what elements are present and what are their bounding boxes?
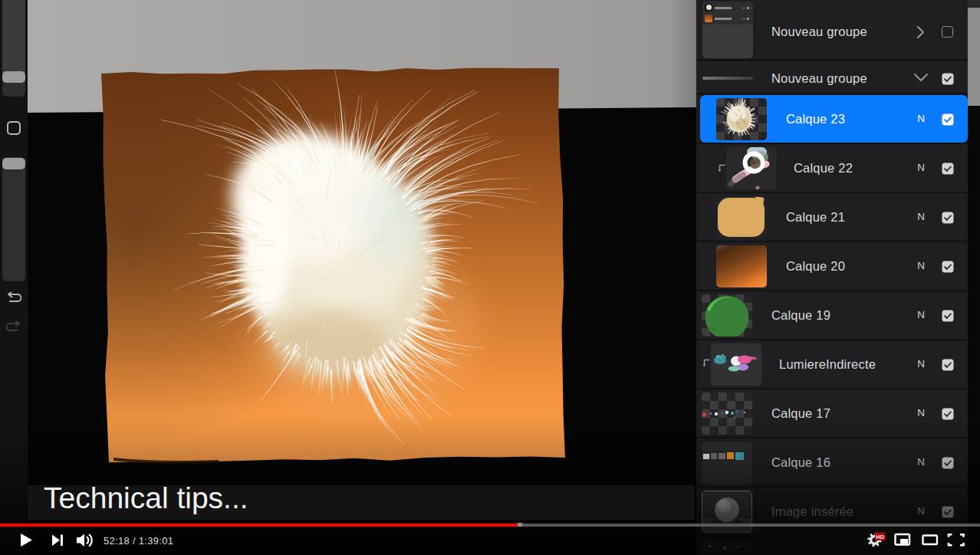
svg-text:HD: HD xyxy=(876,534,884,540)
